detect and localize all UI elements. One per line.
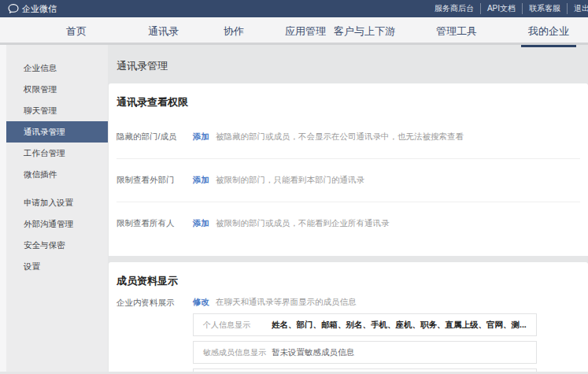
link-api-docs[interactable]: API文档: [481, 3, 523, 14]
row-label: 企业内资料展示: [116, 297, 193, 372]
tab-customers[interactable]: 客户与上下游: [334, 17, 395, 45]
sensitive-info-display-box: 敏感成员信息显示 暂未设置敏感成员信息: [193, 341, 537, 364]
link-provider-console[interactable]: 服务商后台: [428, 3, 481, 14]
sidebar-item-security[interactable]: 安全与保密: [0, 235, 108, 256]
add-hidden-button[interactable]: 添加: [193, 131, 209, 143]
row-label: 限制查看外部门: [116, 175, 193, 186]
row-label: 限制查看所有人: [116, 218, 193, 229]
sidebar-item-join-settings[interactable]: 申请加入设置: [0, 192, 108, 213]
sidebar-item-wechat-plugin[interactable]: 微信插件: [0, 164, 108, 185]
row-restrict-everyone: 限制查看所有人 添加 被限制的部门或成员，不能看到企业所有通讯录: [116, 202, 580, 245]
top-bar: 企业微信 服务商后台 API文档 联系客服 退出: [0, 0, 588, 17]
row-restrict-other-departments: 限制查看外部门 添加 被限制的部门，只能看到本部门的通讯录: [116, 158, 580, 202]
row-description: 被限制的部门，只能看到本部门的通讯录: [216, 175, 364, 186]
modify-profile-button[interactable]: 修改: [193, 297, 209, 306]
sidebar-item-chat-mgmt[interactable]: 聊天管理: [0, 100, 108, 121]
tab-apps[interactable]: 应用管理: [285, 17, 326, 45]
tab-my-company[interactable]: 我的企业: [528, 17, 569, 45]
row-description: 被隐藏的部门或成员，不会显示在公司通讯录中，也无法被搜索查看: [216, 131, 464, 143]
linked-company-display-box: 互联企业成员资料显示 姓名、别名、部门、职务、手机、座机、邮箱: [193, 368, 537, 372]
tab-collaboration[interactable]: 协作: [224, 17, 244, 45]
box-label: 个人信息显示: [203, 320, 272, 331]
main-content: 通讯录管理 通讯录查看权限 隐藏的部门/成员 添加 被隐藏的部门或成员，不会显示…: [108, 45, 588, 372]
box-value: 暂未设置敏感成员信息: [272, 347, 354, 358]
tab-contacts[interactable]: 通讯录: [148, 17, 179, 45]
add-restrict-dept-button[interactable]: 添加: [193, 175, 209, 186]
row-hidden-departments: 隐藏的部门/成员 添加 被隐藏的部门或成员，不会显示在公司通讯录中，也无法被搜索…: [116, 116, 580, 158]
view-permissions-heading: 通讯录查看权限: [116, 95, 580, 109]
personal-info-display-box: 个人信息显示 姓名、部门、邮箱、别名、手机、座机、职务、直属上级、官网、测...: [193, 313, 537, 336]
sidebar-item-company-info[interactable]: 企业信息: [0, 57, 108, 79]
main-nav: 首页 通讯录 协作 应用管理 客户与上下游 管理工具 我的企业: [0, 17, 588, 45]
view-permissions-card: 通讯录查看权限 隐藏的部门/成员 添加 被隐藏的部门或成员，不会显示在公司通讯录…: [109, 83, 588, 256]
member-profile-heading: 成员资料显示: [116, 274, 580, 288]
row-internal-profile: 企业内资料展示 修改在聊天和通讯录等界面显示的成员信息 个人信息显示 姓名、部门…: [116, 297, 580, 372]
topbar-links: 服务商后台 API文档 联系客服 退出: [428, 3, 588, 14]
row-description: 被限制的部门或成员，不能看到企业所有通讯录: [216, 218, 390, 229]
sidebar-item-workbench[interactable]: 工作台管理: [0, 143, 108, 164]
settings-sidebar: 企业信息 权限管理 聊天管理 通讯录管理 工作台管理 微信插件 申请加入设置 外…: [0, 45, 108, 372]
app-logo-text: 企业微信: [22, 3, 57, 15]
sidebar-item-settings[interactable]: 设置: [0, 256, 108, 277]
add-restrict-all-button[interactable]: 添加: [193, 218, 209, 229]
tab-home[interactable]: 首页: [66, 17, 87, 45]
row-label: 隐藏的部门/成员: [116, 131, 193, 143]
sidebar-item-contacts-mgmt[interactable]: 通讯录管理: [6, 121, 108, 143]
page-title: 通讯录管理: [116, 59, 588, 73]
link-contact-support[interactable]: 联系客服: [523, 3, 568, 14]
tab-admin-tools[interactable]: 管理工具: [436, 17, 477, 45]
sidebar-item-external-comm[interactable]: 外部沟通管理: [0, 213, 108, 235]
member-profile-card: 成员资料显示 企业内资料展示 修改在聊天和通讯录等界面显示的成员信息 个人信息显…: [109, 262, 588, 372]
box-label: 敏感成员信息显示: [203, 347, 272, 358]
box-value: 姓名、部门、邮箱、别名、手机、座机、职务、直属上级、官网、测...: [272, 320, 527, 331]
row-description: 在聊天和通讯录等界面显示的成员信息: [216, 297, 357, 306]
wechat-work-logo-icon: [8, 4, 19, 13]
sidebar-item-permissions[interactable]: 权限管理: [0, 79, 108, 100]
app-logo: 企业微信: [8, 3, 57, 15]
link-logout[interactable]: 退出: [568, 3, 588, 14]
